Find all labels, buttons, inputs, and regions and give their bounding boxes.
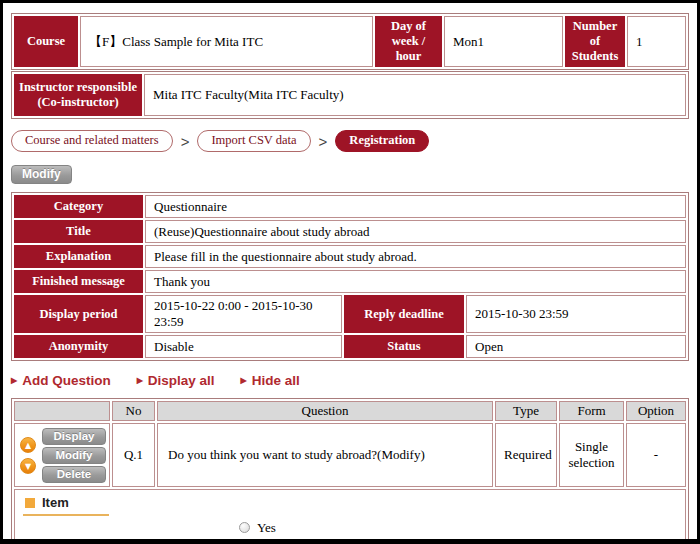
instructor-table: Instructor responsible (Co-instructor) M… [11, 71, 689, 119]
link-arrow-icon: ▶ [241, 376, 247, 385]
display-all-link[interactable]: ▶Display all [137, 373, 215, 388]
explanation-label: Explanation [14, 245, 143, 268]
number-of-students-label: Number of Students [565, 16, 625, 67]
status-value: Open [466, 335, 686, 358]
radio-yes-label: Yes [257, 520, 276, 536]
breadcrumb-import-csv-data[interactable]: Import CSV data [197, 130, 310, 152]
finished-message-label: Finished message [14, 270, 143, 293]
hide-all-link[interactable]: ▶Hide all [241, 373, 300, 388]
breadcrumb-registration-active[interactable]: Registration [335, 130, 429, 152]
link-arrow-icon: ▶ [11, 376, 17, 385]
anonymity-value: Disable [145, 335, 342, 358]
col-header-option: Option [626, 401, 686, 421]
display-period-value: 2015-10-22 0:00 - 2015-10-30 23:59 [145, 295, 342, 333]
item-section-label: Item [42, 495, 69, 510]
item-row: Item Yes No [14, 489, 686, 544]
question-no: Q.1 [112, 423, 155, 487]
course-value: 【F】Class Sample for Mita ITC [80, 16, 373, 67]
course-label: Course [14, 16, 78, 67]
delete-button[interactable]: Delete [42, 466, 106, 483]
course-info-table: Course 【F】Class Sample for Mita ITC Day … [11, 13, 689, 70]
display-all-label: Display all [148, 373, 215, 388]
finished-message-value: Thank you [145, 270, 686, 293]
add-question-link[interactable]: ▶Add Question [11, 373, 111, 388]
link-arrow-icon: ▶ [137, 376, 143, 385]
question-type: Required [495, 423, 557, 487]
radio-no[interactable] [239, 539, 250, 544]
question-form: Single selection [559, 423, 624, 487]
hide-all-label: Hide all [252, 373, 300, 388]
move-down-icon[interactable]: ▼ [20, 458, 36, 474]
radio-no-label: No [257, 537, 273, 544]
col-header-form: Form [559, 401, 624, 421]
breadcrumb-course-and-related-matters[interactable]: Course and related matters [11, 130, 173, 152]
question-option: - [626, 423, 686, 487]
col-header-no: No [112, 401, 155, 421]
modify-button[interactable]: Modify [11, 165, 72, 184]
question-actions-row: ▶Add Question ▶Display all ▶Hide all [11, 373, 689, 388]
question-text: Do you think you want to study abroad?(M… [157, 423, 493, 487]
questionnaire-detail-table: Category Questionnaire Title (Reuse)Ques… [11, 192, 689, 361]
col-header-question: Question [157, 401, 493, 421]
number-of-students-value: 1 [627, 16, 686, 67]
item-options: Yes No [239, 519, 677, 544]
question-table: No Question Type Form Option ▲ ▼ Display… [11, 398, 689, 544]
reply-deadline-label: Reply deadline [344, 295, 464, 333]
item-option-yes: Yes [239, 519, 677, 536]
anonymity-label: Anonymity [14, 335, 143, 358]
item-option-no: No [239, 536, 677, 544]
explanation-value: Please fill in the questionnaire about s… [145, 245, 686, 268]
move-up-icon[interactable]: ▲ [20, 437, 36, 453]
breadcrumb-separator-icon: > [181, 133, 190, 150]
question-row-actions: ▲ ▼ Display Modify Delete [14, 423, 110, 487]
item-bullet-icon [25, 498, 35, 508]
title-value: (Reuse)Questionnaire about study abroad [145, 220, 686, 243]
instructor-label: Instructor responsible (Co-instructor) [14, 74, 142, 116]
day-of-week-label: Day of week / hour [375, 16, 442, 67]
display-period-label: Display period [14, 295, 143, 333]
instructor-value: Mita ITC Faculty(Mita ITC Faculty) [144, 74, 686, 116]
radio-yes[interactable] [239, 522, 250, 533]
breadcrumb: Course and related matters > Import CSV … [11, 130, 689, 152]
question-table-header-row: No Question Type Form Option [14, 401, 686, 421]
modify-question-button[interactable]: Modify [42, 447, 106, 464]
title-label: Title [14, 220, 143, 243]
reply-deadline-value: 2015-10-30 23:59 [466, 295, 686, 333]
breadcrumb-separator-icon: > [319, 133, 328, 150]
page-frame: Course 【F】Class Sample for Mita ITC Day … [0, 0, 700, 544]
day-of-week-value: Mon1 [444, 16, 563, 67]
category-label: Category [14, 195, 143, 218]
status-label: Status [344, 335, 464, 358]
question-row: ▲ ▼ Display Modify Delete Q.1 Do you thi… [14, 423, 686, 487]
item-section-header: Item [23, 495, 109, 516]
col-header-type: Type [495, 401, 557, 421]
add-question-label: Add Question [22, 373, 111, 388]
category-value: Questionnaire [145, 195, 686, 218]
col-header-actions [14, 401, 110, 421]
display-button[interactable]: Display [42, 428, 106, 445]
